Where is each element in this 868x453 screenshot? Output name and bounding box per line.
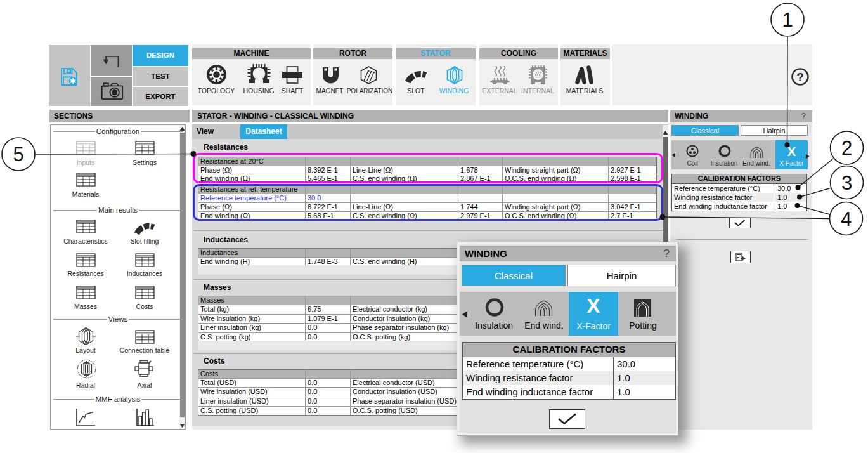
svg-text:1: 1 — [782, 9, 793, 31]
svg-text:?: ? — [796, 70, 804, 84]
svg-text:2: 2 — [841, 137, 852, 159]
svg-text:4: 4 — [841, 208, 852, 230]
svg-text:5: 5 — [13, 143, 23, 166]
svg-text:3: 3 — [841, 172, 852, 194]
